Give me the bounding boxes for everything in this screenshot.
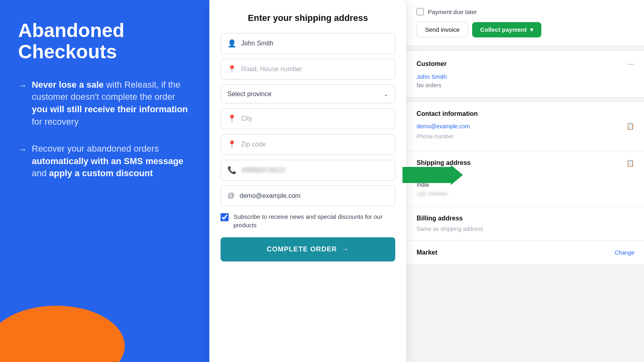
subscribe-checkbox[interactable] <box>221 213 229 221</box>
copy-shipping-icon[interactable]: 📋 <box>626 159 634 167</box>
green-arrow-overlay <box>402 167 451 183</box>
payment-due-label: Payment due later <box>428 8 477 15</box>
zip-field[interactable]: 📍 <box>221 134 395 155</box>
collect-chevron-icon: ▾ <box>530 26 533 33</box>
contact-phone: Phone number <box>417 133 454 140</box>
name-input[interactable] <box>241 40 388 47</box>
customer-more-options[interactable]: ··· <box>627 59 634 68</box>
bullet1-text: Never lose a sale with Releasit, if the … <box>32 79 191 128</box>
email-icon: @ <box>227 191 235 200</box>
green-arrow <box>402 167 451 183</box>
person-icon: 👤 <box>227 39 236 48</box>
province-field[interactable]: Select province ⌄ <box>221 84 395 103</box>
market-section: Market Change <box>407 241 644 264</box>
city-field[interactable]: 📍 <box>221 108 395 129</box>
collect-payment-label: Collect payment <box>480 26 527 33</box>
zip-input[interactable] <box>241 141 388 148</box>
send-invoice-button[interactable]: Send invoice <box>417 22 468 37</box>
customer-name-link[interactable]: John Smith <box>417 73 634 80</box>
contact-email-row: demo@example.com 📋 <box>417 122 634 130</box>
shipping-form-panel: Enter your shipping address 👤 📍 Select p… <box>209 0 407 362</box>
copy-email-icon[interactable]: 📋 <box>626 122 634 130</box>
customer-section: Customer ··· John Smith No orders <box>407 51 644 97</box>
province-select[interactable]: Select province <box>227 90 388 97</box>
address-input[interactable] <box>241 66 388 73</box>
billing-address-title: Billing address <box>417 215 634 222</box>
subscribe-row: Subscribe to receive news and special di… <box>221 212 395 229</box>
payment-due-checkbox[interactable] <box>417 8 424 15</box>
email-input[interactable] <box>239 192 388 200</box>
bullet2-arrow: → <box>18 144 27 156</box>
complete-order-arrow: → <box>342 245 349 253</box>
collect-payment-button[interactable]: Collect payment ▾ <box>472 22 541 37</box>
payment-due-row: Payment due later <box>417 8 634 15</box>
location-icon-city: 📍 <box>227 114 236 123</box>
payment-actions-section: Payment due later Send invoice Collect p… <box>407 0 644 46</box>
customer-section-title: Customer <box>417 60 447 68</box>
market-change-link[interactable]: Change <box>615 249 634 256</box>
location-icon-zip: 📍 <box>227 140 236 149</box>
subscribe-label: Subscribe to receive news and special di… <box>233 212 395 229</box>
shipping-phone: +91 •••••••••• <box>417 191 448 197</box>
market-title: Market <box>417 249 438 256</box>
contact-email: demo@example.com <box>417 123 470 130</box>
form-title: Enter your shipping address <box>221 13 395 23</box>
complete-order-button[interactable]: COMPLETE ORDER → <box>221 237 395 261</box>
email-field[interactable]: @ <box>221 185 395 206</box>
complete-order-label: COMPLETE ORDER <box>267 245 337 253</box>
contact-phone-row: Phone number <box>417 133 634 140</box>
bullet-1: → Never lose a sale with Releasit, if th… <box>18 79 191 128</box>
customer-section-header: Customer ··· <box>417 59 634 68</box>
city-input[interactable] <box>241 115 388 122</box>
billing-same-as: Same as shipping address <box>417 226 483 232</box>
bullet1-arrow: → <box>18 80 27 92</box>
phone-input[interactable] <box>241 167 388 174</box>
contact-info-title: Contact information <box>417 110 634 117</box>
location-icon: 📍 <box>227 65 236 74</box>
address-field[interactable]: 📍 <box>221 59 395 80</box>
billing-address-section: Billing address Same as shipping address <box>407 207 644 241</box>
bullet2-text: Recover your abandoned orders automatica… <box>32 143 191 180</box>
phone-field[interactable]: 📞 <box>221 160 395 181</box>
name-field[interactable]: 👤 <box>221 33 395 54</box>
contact-info-section: Contact information demo@example.com 📋 P… <box>407 102 644 151</box>
phone-icon: 📞 <box>227 166 236 175</box>
customer-orders: No orders <box>417 82 441 88</box>
action-buttons: Send invoice Collect payment ▾ <box>417 22 634 37</box>
left-panel: Abandoned Checkouts → Never lose a sale … <box>0 0 209 362</box>
bullet-2: → Recover your abandoned orders automati… <box>18 143 191 180</box>
page-title: Abandoned Checkouts <box>18 20 191 63</box>
